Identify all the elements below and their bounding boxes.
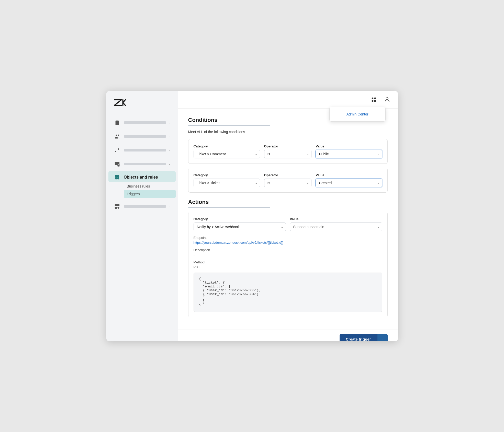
- svg-rect-6: [115, 207, 116, 208]
- sidebar-nav: ⌄ ⌄: [106, 113, 178, 341]
- value-label-2: Value: [316, 173, 382, 177]
- condition-operator-group-2: Operator Is ⌄: [264, 173, 312, 187]
- sub-nav-triggers[interactable]: Triggers: [124, 190, 176, 198]
- nav-label-bar: [124, 149, 166, 151]
- actions-section: Actions Category Notify by > Active webh…: [188, 199, 388, 317]
- conditions-section: Conditions Meet ALL of the following con…: [188, 117, 388, 193]
- top-bar-icons: [369, 95, 392, 104]
- nav-chevron: ⌄: [168, 135, 171, 138]
- svg-rect-4: [115, 204, 116, 206]
- condition-row-1: Category Ticket > Comment ⌄ Operator: [188, 139, 388, 164]
- description-label: Description: [194, 248, 382, 252]
- sidebar: ⌄ ⌄: [106, 91, 178, 341]
- svg-rect-8: [374, 97, 376, 99]
- svg-rect-0: [115, 125, 119, 125]
- apps-icon: [114, 203, 121, 210]
- operator-label-2: Operator: [264, 173, 312, 177]
- value-select-1[interactable]: Public: [316, 150, 382, 158]
- action-value-group: Value Support subdomain ⌄: [290, 217, 382, 231]
- nav-chevron: ⌄: [168, 121, 171, 124]
- sidebar-item-apps[interactable]: ⌄: [108, 200, 176, 213]
- actions-title: Actions: [188, 199, 388, 205]
- operator-select-wrapper-2: Is ⌄: [264, 179, 312, 187]
- action-field-row: Category Notify by > Active webhook ⌄ Va…: [194, 217, 382, 231]
- condition-operator-group-1: Operator Is ⌄: [264, 144, 312, 158]
- sidebar-item-workspace[interactable]: ⌄: [108, 157, 176, 171]
- action-value-wrapper: Support subdomain ⌄: [290, 223, 382, 231]
- condition-category-group-1: Category Ticket > Comment ⌄: [194, 144, 260, 158]
- sidebar-item-company[interactable]: ⌄: [108, 116, 176, 129]
- condition-value-group-2: Value Created ⌄: [316, 173, 382, 187]
- value-select-2[interactable]: Created: [316, 179, 382, 187]
- create-trigger-button[interactable]: Create trigger: [340, 334, 377, 341]
- category-select-1[interactable]: Ticket > Comment: [194, 150, 260, 158]
- people-icon: [114, 133, 121, 140]
- conditions-description: Meet ALL of the following conditions: [188, 130, 388, 134]
- sub-nav-business-rules[interactable]: Business rules: [124, 182, 176, 190]
- nav-chevron: ⌄: [168, 148, 171, 152]
- category-select-wrapper-2: Ticket > Ticket ⌄: [194, 179, 260, 187]
- method-section: Method PUT: [194, 260, 382, 269]
- action-card: Category Notify by > Active webhook ⌄ Va…: [188, 212, 388, 317]
- zendesk-logo: [113, 98, 127, 108]
- endpoint-value: https://yoursubdomain.zendesk.com/api/v2…: [194, 241, 382, 244]
- description-section: Description -: [194, 248, 382, 257]
- content-area: Conditions Meet ALL of the following con…: [178, 109, 398, 330]
- create-trigger-button-group: Create trigger ⌄: [340, 334, 387, 341]
- main-content: Admin Center Conditions Meet ALL of the …: [178, 91, 398, 341]
- endpoint-label: Endpoint: [194, 236, 382, 240]
- nav-label-bar: [124, 205, 166, 208]
- arrows-icon: [114, 147, 121, 154]
- sidebar-item-people[interactable]: ⌄: [108, 130, 176, 143]
- admin-center-link[interactable]: Admin Center: [330, 109, 385, 119]
- operator-label-1: Operator: [264, 144, 312, 148]
- operator-select-1[interactable]: Is: [264, 150, 312, 158]
- category-label-2: Category: [194, 173, 260, 177]
- create-trigger-dropdown-button[interactable]: ⌄: [377, 334, 388, 341]
- method-label: Method: [194, 260, 382, 264]
- category-label-1: Category: [194, 144, 260, 148]
- category-select-2[interactable]: Ticket > Ticket: [194, 179, 260, 187]
- rules-icon: [114, 174, 121, 181]
- value-label-1: Value: [316, 144, 382, 148]
- nav-chevron: ⌄: [168, 205, 171, 208]
- operator-select-wrapper-1: Is ⌄: [264, 150, 312, 158]
- svg-rect-10: [374, 100, 376, 101]
- svg-rect-7: [372, 97, 373, 99]
- condition-category-group-2: Category Ticket > Ticket ⌄: [194, 173, 260, 187]
- svg-rect-5: [117, 204, 119, 206]
- sidebar-item-channels[interactable]: ⌄: [108, 144, 176, 157]
- action-value-label: Value: [290, 217, 382, 221]
- method-value: PUT: [194, 265, 382, 269]
- conditions-divider: [188, 125, 270, 126]
- action-category-label: Category: [194, 217, 286, 221]
- nav-label-bar: [124, 135, 166, 138]
- sidebar-item-objects-rules[interactable]: Objects and rules: [108, 171, 176, 182]
- condition-value-group-1: Value Public ⌄: [316, 144, 382, 158]
- code-block: { "ticket": { "email_ccs": [ { "user_id"…: [194, 273, 382, 312]
- grid-icon-button[interactable]: [369, 95, 378, 104]
- monitor-icon: [114, 160, 121, 168]
- nav-chevron: ⌄: [168, 162, 171, 166]
- action-category-group: Category Notify by > Active webhook ⌄: [194, 217, 286, 231]
- active-nav-label: Objects and rules: [124, 175, 171, 180]
- operator-select-2[interactable]: Is: [264, 179, 312, 187]
- value-select-wrapper-1: Public ⌄: [316, 150, 382, 158]
- action-value-select[interactable]: Support subdomain: [290, 223, 382, 231]
- action-category-wrapper: Notify by > Active webhook ⌄: [194, 223, 286, 231]
- profile-icon-button[interactable]: [383, 95, 392, 104]
- actions-divider: [188, 207, 270, 208]
- svg-point-1: [116, 134, 117, 136]
- building-icon: [114, 119, 121, 126]
- value-select-wrapper-2: Created ⌄: [316, 179, 382, 187]
- sub-nav: Business rules Triggers: [108, 182, 176, 198]
- category-select-wrapper-1: Ticket > Comment ⌄: [194, 150, 260, 158]
- svg-rect-9: [372, 100, 373, 101]
- nav-label-bar: [124, 163, 166, 165]
- nav-label-bar: [124, 121, 166, 124]
- condition-fields-1: Category Ticket > Comment ⌄ Operator: [194, 144, 382, 158]
- bottom-bar: Create trigger ⌄: [178, 330, 398, 341]
- top-bar: Admin Center: [178, 91, 398, 109]
- action-category-select[interactable]: Notify by > Active webhook: [194, 223, 286, 231]
- condition-fields-2: Category Ticket > Ticket ⌄ Operator: [194, 173, 382, 187]
